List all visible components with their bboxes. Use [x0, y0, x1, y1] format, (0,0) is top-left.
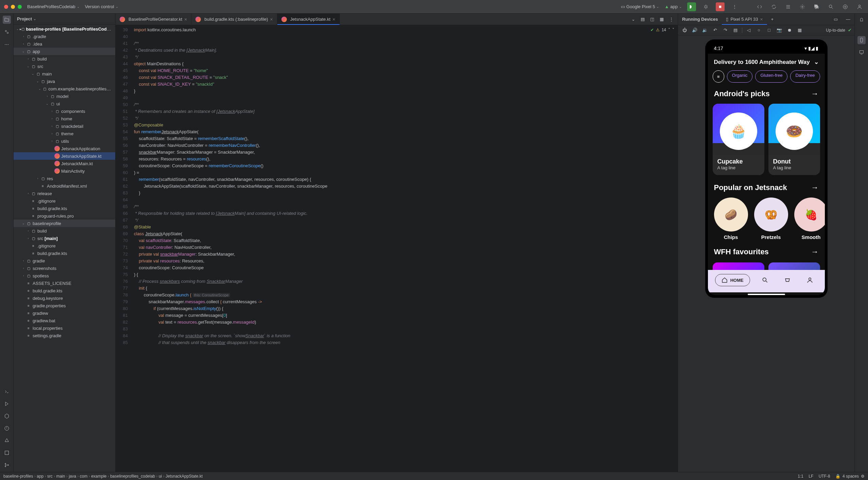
build-icon[interactable] [3, 412, 11, 420]
nav-cart[interactable] [780, 273, 795, 288]
chip-glutenfree[interactable]: Gluten-free [755, 70, 787, 83]
rotate-left-icon[interactable]: ↶ [711, 27, 719, 34]
wfh-card[interactable] [713, 262, 764, 270]
tree-item[interactable]: ›▢components [14, 107, 115, 115]
volume-down-icon[interactable]: 🔉 [701, 27, 709, 34]
stop-button[interactable] [716, 2, 725, 11]
tree-item[interactable]: ≡debug.keystore [14, 294, 115, 302]
filter-icon[interactable]: ≡ [713, 70, 724, 83]
running-devices-icon[interactable] [857, 36, 866, 44]
tree-item[interactable]: ≡gradlew.bat [14, 317, 115, 324]
tree-item[interactable]: ⌄▢ui [14, 100, 115, 107]
up-icon[interactable]: ˄ [668, 27, 670, 33]
rotate-right-icon[interactable]: ↷ [722, 27, 729, 34]
run-tool-icon[interactable] [3, 400, 11, 408]
tree-item[interactable]: ⌄▢com.example.baselineprofiles_codel [14, 85, 115, 92]
tree-item[interactable]: ⌄▢app [14, 48, 115, 55]
tree-item[interactable]: ›▢.idea [14, 40, 115, 48]
tree-item[interactable]: ≡gradlew [14, 309, 115, 317]
terminal-icon[interactable] [3, 388, 11, 396]
chip-dairyfree[interactable]: Dairy-free [790, 70, 820, 83]
inspection-badge[interactable]: ✔ ⚠ 14 ˄ ˅ [650, 27, 674, 33]
list-view-icon[interactable]: ▤ [639, 16, 646, 23]
tree-item[interactable]: ⌄▢java [14, 78, 115, 85]
account-icon[interactable] [855, 2, 864, 11]
project-selector[interactable]: BaselineProfilesCodelab ⌄ [27, 4, 80, 9]
project-tree[interactable]: ⌄▸▢baseline-profiles [BaselineProfilesCo… [14, 24, 115, 472]
device-manager-icon[interactable] [857, 48, 866, 56]
device-selector[interactable]: ▭ Google Pixel 5 ⌄ [621, 4, 659, 9]
project-tool-icon[interactable] [3, 16, 11, 24]
close-icon[interactable]: × [184, 17, 187, 22]
tree-item[interactable]: ≡.gitignore [14, 242, 115, 250]
power-icon[interactable]: ⏻ [681, 27, 688, 34]
tree-item[interactable]: JetsnackAppState.kt [14, 152, 115, 160]
overview-icon[interactable]: □ [765, 27, 773, 34]
item-smoothie[interactable]: 🍓 Smooth [794, 198, 825, 240]
tree-item[interactable]: ›▢build [14, 227, 115, 235]
tree-item[interactable]: MainActivity [14, 167, 115, 175]
maximize-window[interactable] [18, 5, 22, 9]
tree-item[interactable]: JetsnackApplication [14, 145, 115, 152]
search-icon[interactable] [827, 2, 835, 11]
tree-item[interactable]: ≡build.gradle.kts [14, 205, 115, 212]
tree-item[interactable]: ≡build.gradle.kts [14, 287, 115, 294]
tree-item[interactable]: ›▢build [14, 55, 115, 63]
design-view-icon[interactable]: ▦ [658, 16, 665, 23]
phone-frame[interactable]: 4:17 ▾ ▮◢ ▮ Delivery to 1600 Amphitheate… [705, 39, 828, 298]
gear-icon[interactable] [798, 2, 807, 11]
tab-more-icon[interactable]: ⋮ [667, 16, 675, 23]
section-androids-picks[interactable]: Android's picks → [708, 87, 825, 100]
code-content[interactable]: import kotlinx.coroutines.launch /** * D… [131, 25, 678, 472]
device-tab[interactable]: ▯ Pixel 5 API 33 × [722, 14, 767, 25]
tree-item[interactable]: ›▢utils [14, 137, 115, 145]
list-icon[interactable] [784, 2, 793, 11]
tree-item[interactable]: ≡settings.gradle [14, 332, 115, 339]
tree-item[interactable]: ›▢screenshots [14, 264, 115, 272]
section-popular[interactable]: Popular on Jetsnack → [708, 181, 825, 194]
item-chips[interactable]: 🥔 Chips [714, 198, 748, 240]
section-wfh[interactable]: WFH favourites → [708, 245, 825, 260]
sync-icon[interactable] [769, 2, 778, 11]
project-panel-header[interactable]: Project ⌄ [14, 14, 115, 24]
layout-icon[interactable]: ▤ [732, 27, 739, 34]
more-actions[interactable]: ⋮ [730, 2, 739, 11]
nav-profile[interactable] [802, 273, 817, 288]
item-pretzels[interactable]: 🥨 Pretzels [754, 198, 788, 240]
screenshot-icon[interactable]: 📷 [776, 27, 783, 34]
vcs-tool-icon[interactable] [3, 461, 11, 469]
tree-item[interactable]: ›▢release [14, 190, 115, 197]
back-icon[interactable]: ◁ [745, 27, 752, 34]
run-button[interactable] [687, 2, 696, 11]
minimize-icon[interactable]: — [842, 14, 854, 25]
delivery-address-row[interactable]: Delivery to 1600 Amphitheater Way ⌄ [708, 54, 825, 70]
editor-tab[interactable]: JetsnackAppState.kt× [277, 14, 340, 25]
card-cupcake[interactable]: 🧁 Cupcake A tag line [713, 104, 764, 175]
close-icon[interactable]: × [270, 17, 273, 22]
debug-button[interactable] [701, 2, 710, 11]
nav-home[interactable]: HOME [715, 274, 750, 286]
editor-tab[interactable]: BaselineProfileGenerator.kt× [116, 14, 191, 25]
tree-item[interactable]: ›▢res [14, 175, 115, 182]
tree-item[interactable]: ≡build.gradle.kts [14, 250, 115, 257]
close-icon[interactable]: × [332, 17, 335, 22]
volume-up-icon[interactable]: 🔊 [691, 27, 698, 34]
profiler-icon[interactable] [3, 436, 11, 445]
display-icon[interactable]: ▦ [796, 27, 803, 34]
code-editor[interactable]: ✔ ⚠ 14 ˄ ˅ 39404142434445464748495051525… [116, 25, 678, 472]
editor-tab[interactable]: build.gradle.kts (:baselineprofile)× [191, 14, 277, 25]
tree-item[interactable]: ≡proguard-rules.pro [14, 212, 115, 220]
vcs-menu[interactable]: Version control ⌄ [85, 4, 118, 9]
notifications-icon[interactable] [857, 16, 866, 24]
tree-item[interactable]: ›▢model [14, 92, 115, 100]
wfh-card[interactable] [768, 262, 820, 270]
down-icon[interactable]: ˅ [672, 27, 674, 33]
running-devices-title[interactable]: Running Devices [678, 14, 722, 25]
add-device-tab[interactable]: + [767, 14, 778, 25]
tree-item[interactable]: ⌄▢main [14, 70, 115, 78]
settings-icon[interactable] [841, 2, 850, 11]
tree-item[interactable]: ›▢spotless [14, 272, 115, 279]
tree-root[interactable]: ⌄▸▢baseline-profiles [BaselineProfilesCo… [14, 25, 115, 33]
tree-item[interactable]: ›▢home [14, 115, 115, 122]
tree-item[interactable]: ›▢gradle [14, 257, 115, 264]
